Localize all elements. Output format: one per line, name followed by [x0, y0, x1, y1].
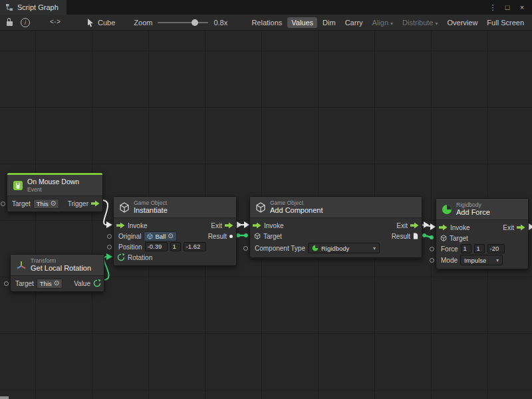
- values-button[interactable]: Values: [287, 17, 317, 28]
- overview-button[interactable]: Overview: [444, 17, 482, 28]
- lock-icon[interactable]: [3, 15, 17, 30]
- force-y-field[interactable]: 1: [474, 244, 485, 253]
- zoom-slider-thumb[interactable]: [192, 19, 198, 26]
- target-port-circle[interactable]: [4, 281, 9, 286]
- graph-canvas[interactable]: On Mouse Down Event Target This ⊙ Trigge…: [0, 31, 532, 399]
- port-label: Invoke: [264, 222, 283, 229]
- this-field[interactable]: This ⊙: [37, 279, 63, 289]
- component-type-port-circle[interactable]: [243, 246, 248, 251]
- rotation-port-icon[interactable]: [93, 279, 101, 287]
- align-button[interactable]: Align▾: [368, 17, 397, 28]
- dim-button[interactable]: Dim: [319, 17, 340, 28]
- prefab-cube-icon: [147, 233, 153, 239]
- port-row: Mode Impulse ▾: [436, 254, 528, 266]
- node-header: Game Object Add Component: [250, 197, 422, 218]
- relations-button[interactable]: Relations: [247, 17, 286, 28]
- gameobject-type-icon[interactable]: [254, 233, 261, 239]
- distribute-button[interactable]: Distribute▾: [398, 17, 442, 28]
- port-label: Result: [392, 233, 410, 240]
- graph-toolbar: i <∙> Cube Zoom 0.8x Relations Values Di…: [0, 15, 532, 31]
- force-port-circle[interactable]: [430, 247, 434, 251]
- node-add-force[interactable]: Rigidbody Add Force Invoke Exit Target: [436, 198, 529, 269]
- mouse-event-icon: [13, 180, 23, 191]
- chevron-down-icon: ▾: [496, 257, 499, 263]
- node-subtitle: Event: [27, 186, 79, 193]
- port-label: Exit: [396, 222, 408, 229]
- node-get-local-rotation[interactable]: Transform Get Local Rotation Target This…: [10, 254, 104, 292]
- port-label: Rotation: [128, 254, 152, 261]
- exit-arrow-icon[interactable]: [225, 222, 233, 229]
- info-icon[interactable]: i: [17, 15, 34, 30]
- maximize-icon[interactable]: □: [501, 1, 513, 13]
- port-row: Rotation: [114, 252, 236, 263]
- invoke-arrow-icon[interactable]: [116, 222, 125, 229]
- window-title: Script Graph: [17, 3, 59, 11]
- position-y-field[interactable]: 1: [170, 242, 181, 251]
- trigger-arrow-icon[interactable]: [91, 200, 100, 207]
- gameobject-type-icon[interactable]: [440, 235, 447, 241]
- result-page-icon[interactable]: [413, 233, 418, 239]
- node-instantiate[interactable]: Game Object Instantiate Invoke Exit Orig…: [113, 196, 237, 266]
- node-title: Add Force: [456, 208, 490, 217]
- port-row: Target This ⊙ Value: [11, 278, 104, 289]
- node-title: Get Local Rotation: [31, 264, 91, 273]
- port-label: Target: [12, 200, 31, 207]
- result-port-dot[interactable]: [229, 235, 233, 238]
- port-row: Target Result: [250, 231, 422, 241]
- chevron-down-icon: ▾: [436, 21, 438, 27]
- component-type-dropdown[interactable]: Rigidbody ▾: [308, 243, 380, 253]
- port-label: Component Type: [255, 245, 305, 252]
- node-title: On Mouse Down: [27, 178, 79, 186]
- close-icon[interactable]: ×: [516, 1, 528, 13]
- port-label: Exit: [211, 222, 222, 229]
- node-add-component[interactable]: Game Object Add Component Invoke Exit Ta…: [249, 196, 422, 258]
- cube-icon: [119, 202, 130, 213]
- chevron-down-icon: ▾: [373, 245, 376, 251]
- code-icon[interactable]: <∙>: [46, 15, 64, 30]
- object-picker-icon[interactable]: ⊙: [51, 200, 56, 207]
- mode-port-circle[interactable]: [430, 258, 434, 263]
- position-x-field[interactable]: -0.39: [145, 242, 168, 251]
- force-x-field[interactable]: 1: [461, 244, 471, 253]
- rotation-port-icon[interactable]: [117, 253, 125, 261]
- target-port-circle[interactable]: [1, 201, 5, 206]
- exit-arrow-icon[interactable]: [410, 222, 419, 229]
- object-picker-icon[interactable]: ⊙: [168, 233, 173, 239]
- selection-indicator: Cube: [86, 18, 115, 27]
- window-controls: ⋮ □ ×: [487, 1, 532, 13]
- zoom-slider[interactable]: [158, 22, 208, 23]
- object-picker-icon[interactable]: ⊙: [54, 280, 59, 287]
- force-z-field[interactable]: -20: [487, 244, 505, 253]
- port-label: Mode: [441, 257, 458, 264]
- zoom-value: 0.8x: [213, 19, 227, 27]
- rigidbody-icon: [312, 245, 319, 251]
- scrollbar-nub[interactable]: [0, 396, 9, 399]
- invoke-arrow-icon[interactable]: [439, 224, 448, 231]
- port-row: Component Type Rigidbody ▾: [250, 241, 422, 255]
- exit-arrow-icon[interactable]: [517, 224, 525, 231]
- ball-object-field[interactable]: Ball ⊙: [144, 231, 176, 241]
- node-header: Transform Get Local Rotation: [11, 255, 104, 276]
- chevron-down-icon: ▾: [390, 21, 393, 27]
- node-category: Rigidbody: [456, 201, 490, 208]
- node-header: Rigidbody Add Force: [436, 199, 528, 220]
- port-row: Invoke Exit: [250, 220, 422, 231]
- port-label: Position: [118, 243, 142, 251]
- cursor-icon: [86, 18, 94, 27]
- node-on-mouse-down[interactable]: On Mouse Down Event Target This ⊙ Trigge…: [7, 172, 103, 212]
- position-z-field[interactable]: -1.62: [184, 242, 206, 251]
- window-menu-icon[interactable]: ⋮: [487, 1, 499, 13]
- invoke-arrow-icon[interactable]: [253, 222, 261, 229]
- tab-script-graph[interactable]: Script Graph: [0, 0, 66, 15]
- script-graph-icon: [5, 3, 13, 11]
- position-port-circle[interactable]: [107, 245, 112, 249]
- rigidbody-icon: [442, 204, 452, 215]
- original-port-circle[interactable]: [107, 234, 112, 239]
- this-field[interactable]: This ⊙: [33, 199, 59, 209]
- mode-dropdown[interactable]: Impulse ▾: [460, 255, 503, 265]
- selection-label: Cube: [98, 19, 115, 27]
- transform-icon: [16, 260, 27, 271]
- script-graph-window: Script Graph ⋮ □ × i <∙> Cube Zoom 0.8x …: [0, 0, 532, 399]
- fullscreen-button[interactable]: Full Screen: [483, 17, 528, 28]
- carry-button[interactable]: Carry: [341, 17, 367, 28]
